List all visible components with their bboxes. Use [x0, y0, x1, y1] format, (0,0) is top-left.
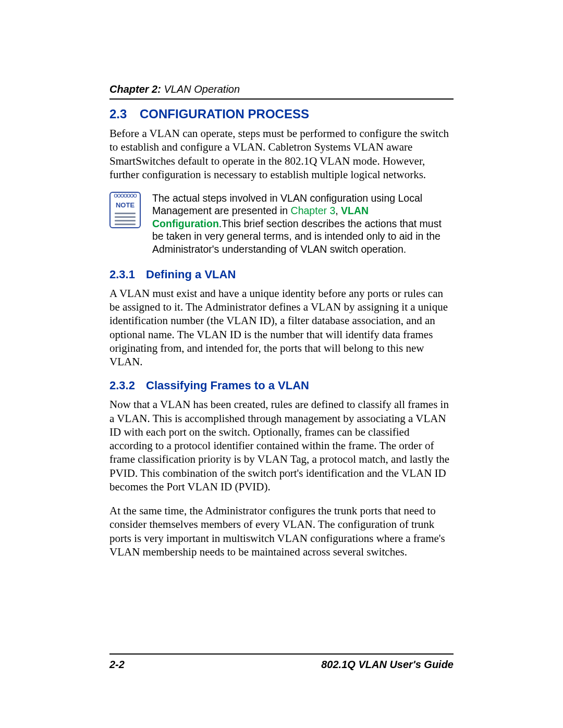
note-block: ooooooo NOTE The actual steps involved i…: [109, 192, 454, 255]
page: Chapter 2: VLAN Operation 2.3CONFIGURATI…: [0, 0, 563, 728]
heading-2-3: 2.3CONFIGURATION PROCESS: [109, 107, 454, 121]
chapter-label: Chapter 2:: [109, 83, 161, 95]
chapter-title: VLAN Operation: [161, 83, 240, 95]
doc-title: 802.1Q VLAN User's Guide: [321, 659, 454, 671]
section-title: Defining a VLAN: [146, 268, 236, 281]
heading-2-3-2: 2.3.2Classifying Frames to a VLAN: [109, 379, 454, 392]
paragraph-2-3-1: A VLAN must exist and have a unique iden…: [109, 287, 454, 369]
section-number: 2.3.1: [109, 268, 146, 281]
page-number: 2-2: [109, 659, 125, 671]
note-icon-label: NOTE: [111, 201, 140, 209]
section-number: 2.3.2: [109, 379, 146, 392]
heading-2-3-1: 2.3.1Defining a VLAN: [109, 268, 454, 281]
note-icon: ooooooo NOTE: [109, 192, 141, 228]
note-link-chapter[interactable]: Chapter 3: [291, 205, 336, 216]
paragraph-2-3-2-b: At the same time, the Administrator conf…: [109, 504, 454, 559]
running-head: Chapter 2: VLAN Operation: [109, 83, 454, 95]
note-pre: The actual steps involved in VLAN config…: [152, 192, 422, 216]
header-rule: [109, 98, 454, 100]
paragraph-2-3: Before a VLAN can operate, steps must be…: [109, 127, 454, 181]
note-text: The actual steps involved in VLAN config…: [152, 192, 454, 255]
note-sep: ,: [335, 205, 341, 216]
paragraph-2-3-2-a: Now that a VLAN has been created, rules …: [109, 398, 454, 493]
section-title: CONFIGURATION PROCESS: [140, 107, 309, 121]
section-number: 2.3: [109, 107, 140, 121]
page-footer: 2-2 802.1Q VLAN User's Guide: [109, 653, 454, 671]
section-title: Classifying Frames to a VLAN: [146, 379, 309, 392]
